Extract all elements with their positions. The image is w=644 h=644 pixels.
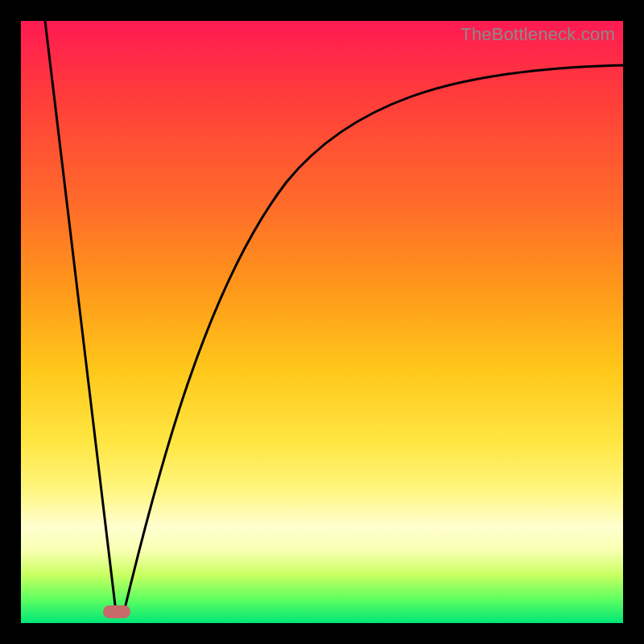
curve-left-segment [45, 21, 116, 612]
plot-area: TheBottleneck.com [21, 21, 623, 623]
optimum-marker [103, 605, 130, 618]
curve-right-segment [124, 65, 623, 612]
bottleneck-curve [21, 21, 623, 623]
chart-frame: TheBottleneck.com [0, 0, 644, 644]
